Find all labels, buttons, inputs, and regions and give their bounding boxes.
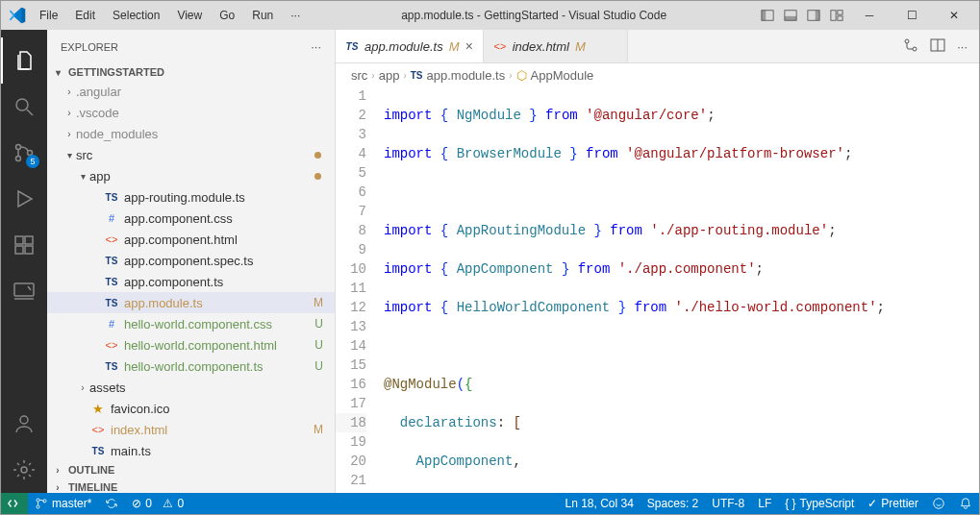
status-sync[interactable] (98, 493, 125, 514)
breadcrumb-item[interactable]: app.module.ts (427, 68, 506, 83)
menu-view[interactable]: View (169, 6, 210, 25)
folder-angular[interactable]: ›.angular (47, 81, 335, 102)
menu-selection[interactable]: Selection (105, 6, 167, 25)
outline-section[interactable]: ›OUTLINE (47, 461, 335, 478)
folder-vscode[interactable]: ›.vscode (47, 102, 335, 123)
status-cursor[interactable]: Ln 18, Col 34 (558, 493, 640, 514)
svg-rect-18 (25, 246, 33, 254)
folder-app[interactable]: ▾app (47, 165, 335, 186)
activity-settings[interactable] (1, 447, 47, 493)
status-feedback[interactable] (925, 493, 952, 514)
maximize-button[interactable]: ☐ (894, 2, 929, 29)
status-language[interactable]: { }TypeScript (778, 493, 861, 514)
tab-app-module[interactable]: TS app.module.ts M × (336, 30, 484, 62)
status-branch[interactable]: master* (28, 493, 98, 514)
warning-count: 0 (177, 497, 184, 510)
file-app-module[interactable]: TSapp.module.tsM (47, 292, 335, 313)
status-encoding[interactable]: UTF-8 (705, 493, 751, 514)
menu-file[interactable]: File (32, 6, 65, 25)
menu-run[interactable]: Run (244, 6, 281, 25)
svg-rect-17 (15, 246, 23, 254)
activity-scm[interactable]: 5 (1, 130, 47, 176)
sidebar-more-icon[interactable]: ··· (311, 39, 321, 54)
modified-dot-icon (314, 173, 321, 180)
status-notifications[interactable] (952, 493, 979, 514)
file-app-css[interactable]: #app.component.css (47, 208, 335, 229)
file-favicon[interactable]: ★favicon.ico (47, 398, 335, 419)
minimize-button[interactable]: ─ (852, 2, 887, 29)
file-app-routing[interactable]: TSapp-routing.module.ts (47, 186, 335, 208)
file-app-component[interactable]: TSapp.component.ts (47, 271, 335, 292)
breadcrumbs[interactable]: src› app› TS app.module.ts› ⬡ AppModule (336, 63, 979, 86)
activity-extensions[interactable] (1, 222, 47, 268)
tab-label: index.html (513, 39, 569, 54)
html-file-icon: <> (103, 233, 120, 245)
toggle-panel-icon[interactable] (783, 8, 798, 23)
titlebar-right: ─ ☐ ✕ (760, 2, 971, 29)
status-spaces[interactable]: Spaces: 2 (641, 493, 705, 514)
activity-search[interactable] (1, 84, 47, 130)
close-icon[interactable]: × (465, 38, 473, 54)
tree-label: app.component.css (124, 211, 327, 226)
svg-rect-1 (762, 11, 766, 21)
html-file-icon: <> (89, 424, 107, 435)
svg-point-25 (913, 47, 917, 51)
tree-label: hello-world.component.css (124, 317, 314, 331)
file-app-html[interactable]: <>app.component.html (47, 229, 335, 250)
tree-label: .angular (76, 85, 327, 99)
status-problems[interactable]: ⊘0 ⚠0 (125, 493, 190, 514)
svg-point-29 (37, 505, 39, 508)
timeline-section[interactable]: ›TIMELINE (47, 478, 335, 493)
file-index[interactable]: <>index.htmlM (47, 419, 335, 440)
svg-rect-16 (25, 236, 33, 244)
activity-explorer[interactable] (1, 37, 47, 84)
file-hw-ts[interactable]: TShello-world.component.tsU (47, 356, 335, 377)
svg-point-22 (20, 416, 28, 424)
status-remote[interactable] (1, 493, 28, 514)
toggle-sidebar-icon[interactable] (760, 8, 775, 23)
code-body[interactable]: import { NgModule } from '@angular/core'… (384, 86, 979, 493)
customize-layout-icon[interactable] (829, 8, 844, 23)
split-editor-icon[interactable] (930, 37, 945, 56)
svg-point-9 (16, 99, 28, 110)
explorer-tree: ▾GETTINGSTARTED ›.angular ›.vscode ›node… (47, 63, 335, 493)
activity-remote[interactable] (1, 268, 47, 314)
explorer-root[interactable]: ▾GETTINGSTARTED (47, 63, 335, 81)
menu-edit[interactable]: Edit (67, 6, 103, 25)
folder-assets[interactable]: ›assets (47, 377, 335, 398)
toggle-secondary-icon[interactable] (806, 8, 821, 23)
compare-changes-icon[interactable] (903, 37, 918, 56)
breadcrumb-item[interactable]: app (379, 68, 400, 83)
folder-src[interactable]: ▾src (47, 144, 335, 165)
tree-label: app.component.html (124, 233, 327, 247)
activity-account[interactable] (1, 401, 47, 447)
code-editor[interactable]: 123456789101112131415161718192021 import… (336, 86, 979, 493)
svg-rect-8 (838, 16, 842, 20)
svg-point-23 (21, 467, 27, 473)
svg-rect-3 (785, 16, 796, 20)
folder-node-modules[interactable]: ›node_modules (47, 123, 335, 144)
breadcrumb-item[interactable]: AppModule (531, 68, 594, 83)
file-hw-html[interactable]: <>hello-world.component.htmlU (47, 334, 335, 356)
status-eol[interactable]: LF (751, 493, 778, 514)
ts-file-icon: TS (103, 298, 120, 308)
more-actions-icon[interactable]: ··· (957, 39, 967, 54)
file-hw-css[interactable]: #hello-world.component.cssU (47, 313, 335, 334)
breadcrumb-item[interactable]: src (351, 68, 367, 83)
status-prettier[interactable]: ✓Prettier (861, 493, 925, 514)
tree-label: app.component.ts (124, 275, 327, 289)
tab-index-html[interactable]: <> index.html M (484, 30, 628, 62)
css-file-icon: # (103, 212, 120, 224)
menu-more[interactable]: ··· (283, 6, 308, 25)
ts-file-icon: TS (103, 277, 120, 287)
tree-label: assets (89, 380, 327, 395)
file-main[interactable]: TSmain.ts (47, 440, 335, 461)
tree-label: main.ts (111, 444, 327, 458)
tree-label: app (89, 169, 314, 184)
file-app-spec[interactable]: TSapp.component.spec.ts (47, 250, 335, 271)
activity-debug[interactable] (1, 176, 47, 222)
git-status-badge: U (314, 359, 323, 373)
menu-go[interactable]: Go (212, 6, 242, 25)
tree-label: hello-world.component.ts (124, 359, 314, 374)
close-button[interactable]: ✕ (937, 2, 971, 29)
